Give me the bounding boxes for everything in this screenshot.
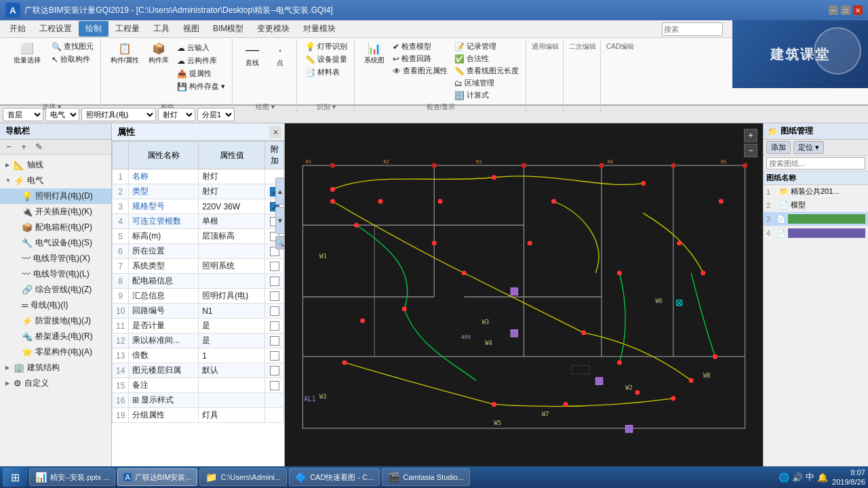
tree-item-conduit-l[interactable]: 〰 电线导管(电)(L)	[0, 266, 111, 282]
volume-icon[interactable]: 🔊	[792, 472, 803, 483]
prop-checkbox[interactable]	[270, 336, 279, 346]
check-model-button[interactable]: ✔检查模型	[390, 41, 450, 52]
table-row[interactable]: 16⊞显示样式	[113, 393, 284, 408]
prop-value-cell[interactable]: 照明系统	[199, 259, 265, 274]
drawing-item-3[interactable]: 3 📄	[764, 212, 868, 226]
table-row[interactable]: 10回路编号N1	[113, 304, 284, 319]
task-cad-viewer[interactable]: 🔷 CAD快速看图 - C...	[289, 468, 380, 486]
network-icon[interactable]: 🌐	[778, 472, 789, 483]
props-search-button[interactable]: 🔍	[275, 236, 285, 249]
tree-item-building[interactable]: ▶ 🏢 建筑结构	[0, 360, 111, 375]
prop-value-cell[interactable]: 单根	[199, 214, 265, 229]
component-type-select[interactable]: 照明灯具(电)	[81, 108, 156, 121]
cad-canvas[interactable]: W1 W3 W4 W2 W2 W5 W7 W8 W6 AL1 40V N1 N2…	[285, 123, 763, 470]
task-pptx[interactable]: 📊 精安--安装.pptx ...	[29, 468, 115, 486]
table-row[interactable]: 3规格型号220V 36W✓	[113, 199, 284, 214]
props-collapse-down[interactable]: ▼	[275, 207, 285, 234]
prop-value-cell[interactable]: 是	[199, 319, 265, 333]
start-button[interactable]: ⊞	[3, 468, 27, 487]
table-row[interactable]: 12乘以标准间...是	[113, 333, 284, 348]
pick-component-button[interactable]: ↖拾取构件	[49, 54, 96, 65]
add-drawing-button[interactable]: 添加	[766, 141, 791, 154]
table-row[interactable]: 6所在位置	[113, 244, 284, 259]
prop-name-cell[interactable]: 可连立管根数	[129, 214, 199, 229]
tree-item-misc[interactable]: ⭐ 零星构件(电)(A)	[0, 344, 111, 360]
nav-expand-button[interactable]: +	[18, 141, 30, 153]
task-gqi[interactable]: A 广联达BIM安装...	[117, 468, 197, 486]
save-component-button[interactable]: 💾构件存盘 ▾	[174, 81, 228, 92]
validity-button[interactable]: ✅合法性	[452, 53, 521, 64]
component-lib-button[interactable]: 📦 构件库	[144, 41, 173, 101]
table-row[interactable]: 14图元楼层归属默认	[113, 363, 284, 378]
table-row[interactable]: 7系统类型照明系统	[113, 259, 284, 274]
menu-start[interactable]: 开始	[3, 21, 33, 37]
table-row[interactable]: 19分组属性灯具	[113, 408, 284, 423]
prop-checkbox[interactable]	[270, 306, 279, 316]
table-row[interactable]: 8配电箱信息	[113, 274, 284, 289]
tree-item-conduit-x[interactable]: 〰 电线导管(电)(X)	[0, 251, 111, 266]
prop-checkbox[interactable]	[270, 351, 279, 361]
line-button[interactable]: — 直线	[238, 41, 267, 101]
cloud-lib-button[interactable]: ☁云构件库	[174, 55, 228, 66]
task-camtasia[interactable]: 🎬 Camtasia Studio...	[382, 468, 470, 486]
tree-item-switch[interactable]: 🔌 开关插座(电)(K)	[0, 204, 111, 220]
prop-value-cell[interactable]: 射灯	[199, 184, 265, 199]
prop-value-cell[interactable]: 层顶标高	[199, 229, 265, 244]
table-row[interactable]: 13倍数1	[113, 348, 284, 363]
prop-value-cell[interactable]: N1	[199, 304, 265, 319]
zoom-in-button[interactable]: +	[744, 129, 757, 142]
prop-value-cell[interactable]: 灯具	[199, 408, 265, 423]
system-diagram-button[interactable]: 📊 系统图	[360, 41, 389, 101]
prop-value-cell[interactable]	[199, 274, 265, 289]
prop-checkbox[interactable]	[270, 381, 279, 390]
drawing-item-4[interactable]: 4 📄	[764, 226, 868, 241]
locate-drawing-button[interactable]: 定位 ▾	[793, 141, 824, 154]
maximize-button[interactable]: □	[841, 5, 850, 15]
prop-value-cell[interactable]: 照明灯具(电)	[199, 289, 265, 304]
zoom-out-button[interactable]: −	[744, 144, 757, 157]
discipline-select[interactable]: 电气	[45, 108, 79, 121]
prop-value-cell[interactable]	[199, 244, 265, 259]
record-mgr-button[interactable]: 📝记录管理	[452, 41, 521, 52]
device-qty-button[interactable]: 📏设备提量	[302, 54, 350, 65]
floor-select[interactable]: 首层二层	[3, 108, 43, 121]
batch-select-button[interactable]: ⬜ 批量选择	[7, 41, 47, 101]
prop-value-cell[interactable]	[199, 378, 265, 393]
minimize-button[interactable]: ─	[829, 5, 838, 15]
prop-value-cell[interactable]: 默认	[199, 363, 265, 378]
component-subtype-select[interactable]: 射灯	[158, 108, 195, 121]
view-line-len-button[interactable]: 📏查看线图元长度	[452, 65, 521, 77]
prop-value-cell[interactable]: 220V 36W	[199, 199, 265, 214]
menu-change[interactable]: 变更模块	[250, 21, 296, 37]
nav-edit-button[interactable]: ✎	[33, 141, 45, 153]
tree-item-electrical[interactable]: ▼ ⚡ 电气	[0, 173, 111, 188]
prop-checkbox[interactable]	[270, 262, 279, 271]
drawing-item-2[interactable]: 2 📄 模型	[764, 199, 868, 212]
notification-icon[interactable]: 🔔	[817, 472, 828, 483]
table-row[interactable]: 15备注	[113, 378, 284, 393]
input-method-icon[interactable]: 中	[806, 471, 814, 483]
close-button[interactable]: ✕	[853, 5, 863, 15]
light-strip-button[interactable]: 💡灯带识别	[302, 41, 350, 52]
menu-bim[interactable]: BIM模型	[206, 21, 250, 37]
zone-mgr-button[interactable]: 🗂区域管理	[452, 77, 521, 89]
tree-item-busbar[interactable]: ═ 母线(电)(I)	[0, 298, 111, 313]
prop-name-cell[interactable]: 类型	[129, 184, 199, 199]
cloud-input-button[interactable]: ☁云输入	[174, 42, 228, 54]
tree-item-custom[interactable]: ▶ ⚙ 自定义	[0, 375, 111, 391]
tree-item-axis[interactable]: ▶ 📐 轴线	[0, 157, 111, 173]
tree-item-tray[interactable]: 🔩 桥架通头(电)(R)	[0, 329, 111, 344]
prop-value-cell[interactable]: 射灯	[199, 169, 265, 184]
table-row[interactable]: 11是否计量是	[113, 319, 284, 333]
tree-item-equip[interactable]: 🔧 电气设备(电)(S)	[0, 235, 111, 251]
tree-item-lightning[interactable]: ⚡ 防雷接地(电)(J)	[0, 313, 111, 329]
prop-checkbox[interactable]	[270, 291, 279, 301]
menu-project-settings[interactable]: 工程设置	[33, 21, 79, 37]
drawings-search-input[interactable]	[766, 157, 865, 169]
menu-tools[interactable]: 工具	[146, 21, 176, 37]
point-button[interactable]: · 点	[268, 41, 292, 101]
search-input[interactable]	[662, 22, 723, 36]
props-collapse-up[interactable]: ▲	[275, 178, 285, 205]
prop-value-cell[interactable]: 1	[199, 348, 265, 363]
prop-value-cell[interactable]: 是	[199, 333, 265, 348]
